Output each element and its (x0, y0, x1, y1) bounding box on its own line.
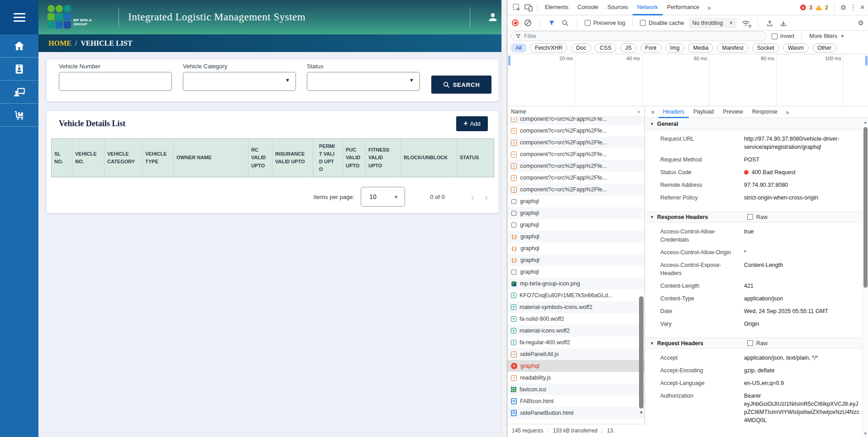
tab-performance[interactable]: Performance (663, 0, 704, 15)
tab-preview[interactable]: Preview (718, 106, 747, 118)
request-row[interactable]: ‹›component?c=src%2Fapp%2Ffe... (507, 148, 644, 160)
type-filter-img[interactable]: Img (665, 43, 685, 52)
network-timeline-overview[interactable]: 20 ms 40 ms 60 ms 80 ms 100 ms (507, 54, 868, 106)
type-filter-css[interactable]: CSS (595, 43, 616, 52)
next-page-button[interactable]: › (485, 192, 488, 202)
request-row[interactable]: Tmaterial-icons.woff2 (507, 325, 644, 337)
scroll-down-icon[interactable]: ▼ (863, 432, 868, 436)
request-row[interactable]: ‹›component?c=src%2Fapp%2Ffe... (507, 160, 644, 172)
settings-gear-icon[interactable]: ⚙ (840, 4, 846, 12)
type-filter-wasm[interactable]: Wasm (783, 43, 809, 52)
request-row[interactable]: ‹›component?c=src%2Fapp%2Ffe... (507, 117, 644, 125)
type-filter-doc[interactable]: Doc (571, 43, 591, 52)
network-conditions-button[interactable]: ⚙ (741, 19, 750, 28)
scrollbar-thumb[interactable] (639, 296, 644, 408)
request-row[interactable]: mp-birla-group-icon.png (507, 278, 644, 290)
tab-console[interactable]: Console (573, 0, 603, 15)
request-row[interactable]: ‹›component?c=src%2Fapp%2Ffe... (507, 137, 644, 148)
request-row[interactable]: ‹›readability.js (507, 372, 644, 384)
close-devtools-icon[interactable]: × (860, 3, 865, 12)
inspect-element-button[interactable] (511, 2, 523, 14)
request-row[interactable]: {;}graphql (507, 242, 644, 254)
vehicle-category-select[interactable]: ▼ (183, 72, 296, 91)
name-column-header[interactable]: Name ▲ (507, 106, 644, 117)
breadcrumb-home-link[interactable]: HOME (48, 39, 72, 48)
more-detail-tabs-button[interactable]: » (782, 109, 793, 116)
disable-cache-toggle[interactable]: Disable cache (640, 20, 684, 26)
request-row[interactable]: TKFO7CnqEu92Fr1ME7kSn66aGLd... (507, 290, 644, 301)
clear-network-log-button[interactable] (523, 17, 532, 29)
raw-checkbox[interactable] (747, 214, 753, 220)
scrollbar-thumb[interactable] (863, 127, 868, 288)
request-headers-section-header[interactable]: ▼ Request Headers Raw (645, 337, 863, 349)
preserve-log-checkbox[interactable] (585, 20, 591, 26)
error-badge-icon[interactable]: × (800, 5, 806, 10)
type-filter-fetch-xhr[interactable]: Fetch/XHR (530, 43, 568, 52)
invert-checkbox[interactable] (772, 33, 777, 39)
request-row[interactable]: Tmaterial-symbols-icons.woff2 (507, 301, 644, 313)
scroll-down-icon[interactable]: ▼ (639, 410, 644, 415)
request-row[interactable]: graphql (507, 195, 644, 207)
request-row[interactable]: {;}graphql (507, 231, 644, 242)
type-filter-socket[interactable]: Socket (752, 43, 779, 52)
sidebar-item-home[interactable] (0, 34, 38, 57)
request-row[interactable]: ‹›sidePanelUtil.js (507, 348, 644, 360)
sidebar-item-vehicle[interactable] (0, 104, 38, 127)
hamburger-menu-button[interactable] (0, 0, 38, 34)
request-row[interactable]: Tfa-regular-400.woff2 (507, 337, 644, 348)
response-headers-section-header[interactable]: ▼ Response Headers Raw (645, 211, 863, 223)
invert-filter-toggle[interactable]: Invert (772, 33, 794, 39)
tab-network[interactable]: Network (633, 0, 663, 15)
search-network-button[interactable] (561, 17, 570, 29)
warning-icon[interactable]: ! (816, 5, 822, 10)
response-raw-toggle[interactable]: Raw (747, 214, 768, 220)
search-button[interactable]: SEARCH (431, 76, 491, 94)
type-filter-all[interactable]: All (511, 43, 526, 52)
tab-sources[interactable]: Sources (603, 0, 633, 15)
tab-headers[interactable]: Headers (658, 106, 689, 118)
sidebar-item-id-badge[interactable] (0, 57, 38, 81)
status-select[interactable]: ▼ (307, 72, 420, 91)
request-row[interactable]: ‹›component?c=src%2Fapp%2Ffe... (507, 172, 644, 184)
details-scrollbar[interactable]: ▲ ▼ (862, 119, 868, 437)
type-filter-other[interactable]: Other (812, 43, 836, 52)
network-filter-input[interactable]: Filter (511, 31, 767, 41)
request-row[interactable]: {;}graphql (507, 254, 644, 266)
network-settings-gear-icon[interactable]: ⚙ (858, 19, 864, 27)
timeline-left-handle[interactable] (508, 56, 510, 66)
record-network-log-button[interactable] (512, 19, 519, 26)
timeline-right-handle[interactable] (865, 56, 868, 66)
request-row[interactable]: graphql (507, 219, 644, 231)
user-profile-button[interactable] (486, 10, 500, 24)
request-row[interactable]: FABIcon.html (507, 395, 644, 407)
device-toolbar-button[interactable] (523, 2, 534, 14)
general-section-header[interactable]: ▼ General (645, 119, 863, 130)
request-row[interactable]: graphql (507, 207, 644, 219)
more-filters-button[interactable]: More filters ▼ (809, 33, 844, 39)
import-har-button[interactable] (765, 17, 774, 29)
page-scrollbar[interactable] (501, 0, 507, 437)
request-row[interactable]: graphql (507, 266, 644, 278)
disable-cache-checkbox[interactable] (640, 20, 646, 26)
request-row[interactable]: ‹›component?c=src%2Fapp%2Ffe... (507, 125, 644, 137)
filter-toggle-button[interactable] (547, 17, 556, 29)
request-row[interactable]: sidePanelButton.html (507, 407, 644, 419)
type-filter-media[interactable]: Media (688, 43, 713, 52)
add-vehicle-button[interactable]: + Add (456, 116, 488, 131)
raw-checkbox[interactable] (747, 340, 753, 346)
sidebar-item-driver-management[interactable] (0, 81, 38, 104)
previous-page-button[interactable]: ‹ (471, 192, 474, 202)
request-row-selected[interactable]: ×graphql (507, 360, 644, 372)
tab-elements[interactable]: Elements (540, 0, 573, 15)
scroll-up-icon[interactable]: ▲ (863, 119, 868, 126)
request-list-scrollbar[interactable]: ▼ (639, 296, 644, 415)
request-row[interactable]: Tfa-solid-900.woff2 (507, 313, 644, 325)
close-details-icon[interactable]: × (647, 108, 658, 116)
type-filter-js[interactable]: JS (620, 43, 637, 52)
items-per-page-select[interactable]: 10 ▼ (361, 187, 405, 207)
more-tabs-button[interactable]: » (704, 4, 715, 11)
vehicle-number-input[interactable] (59, 72, 172, 91)
devtools-menu-icon[interactable]: ⋮ (849, 3, 857, 12)
type-filter-manifest[interactable]: Manifest (717, 43, 748, 52)
request-raw-toggle[interactable]: Raw (747, 340, 768, 347)
